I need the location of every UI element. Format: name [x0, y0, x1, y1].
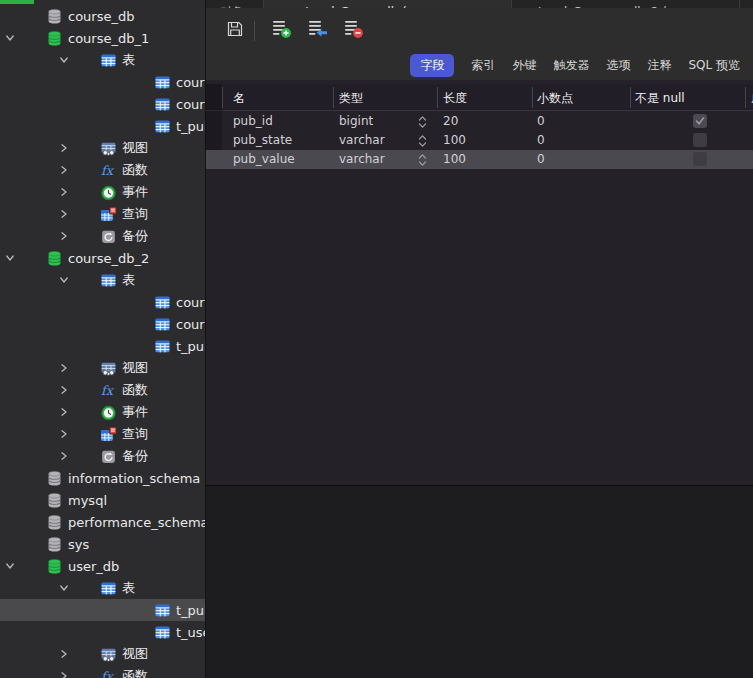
table-icon [154, 294, 171, 311]
view-tab-6[interactable]: SQL 预览 [688, 54, 740, 77]
tree-item-course_db_1[interactable]: course_db_1 [0, 27, 205, 49]
field-length-cell[interactable]: 100 [443, 152, 466, 166]
tree-item-course_2[interactable]: course_2 [0, 93, 205, 115]
chevron-right-icon[interactable] [58, 142, 70, 154]
field-name-cell[interactable]: pub_state [233, 133, 292, 147]
not-null-checkbox[interactable] [693, 152, 707, 166]
tree-item-mysql[interactable]: mysql [0, 489, 205, 511]
type-stepper[interactable] [418, 134, 427, 151]
field-row-pub_value[interactable]: pub_valuevarchar1000 [206, 150, 753, 169]
chevron-down-icon[interactable] [58, 582, 70, 594]
chevron-right-icon[interactable] [58, 450, 70, 462]
field-length-cell[interactable]: 100 [443, 133, 466, 147]
chevron-right-icon[interactable] [58, 670, 70, 678]
view-tab-3[interactable]: 触发器 [553, 54, 589, 77]
type-stepper[interactable] [418, 115, 427, 132]
field-decimals-cell[interactable]: 0 [537, 114, 545, 128]
chevron-right-icon[interactable] [58, 230, 70, 242]
tree-item-_[interactable]: 事件 [0, 181, 205, 203]
field-length-cell[interactable]: 20 [443, 114, 458, 128]
not-null-checkbox[interactable] [693, 133, 707, 147]
chevron-down-icon[interactable] [4, 32, 16, 44]
column-separator[interactable] [437, 87, 438, 108]
tree-item-sys[interactable]: sys [0, 533, 205, 555]
tree-item-course_1[interactable]: course_1 [0, 291, 205, 313]
chevron-down-icon[interactable] [58, 274, 70, 286]
delete-field-button[interactable] [338, 15, 368, 45]
delete-field-icon [343, 18, 364, 42]
tree-item-_[interactable]: 视图 [0, 643, 205, 665]
tree-item-label: 查询 [122, 425, 148, 443]
view-tab-1[interactable]: 索引 [471, 54, 495, 77]
column-separator[interactable] [222, 87, 223, 108]
chevron-right-icon[interactable] [58, 186, 70, 198]
field-type-cell[interactable]: varchar [339, 152, 385, 166]
chevron-right-icon[interactable] [58, 208, 70, 220]
tree-item-information_schema[interactable]: information_schema [0, 467, 205, 489]
field-type-cell[interactable]: varchar [339, 133, 385, 147]
not-null-checkbox[interactable] [693, 114, 707, 128]
field-name-cell[interactable]: pub_id [233, 114, 273, 128]
tree-item-_[interactable]: 表 [0, 269, 205, 291]
save-button[interactable] [220, 15, 250, 45]
column-separator[interactable] [532, 87, 533, 108]
tree-item-_[interactable]: 查询 [0, 203, 205, 225]
tree-item-performance_schema[interactable]: performance_schema [0, 511, 205, 533]
tree-item-t_pub[interactable]: t_pub [0, 335, 205, 357]
add-field-button[interactable] [266, 15, 296, 45]
tree-item-_[interactable]: 表 [0, 49, 205, 71]
tree-item-label: course_db [68, 9, 134, 24]
chevron-down-icon[interactable] [4, 252, 16, 264]
insert-field-button[interactable] [302, 15, 332, 45]
tree-item-_[interactable]: 备份 [0, 225, 205, 247]
document-tab-2[interactable]: t_pub@course_db_2 (… [512, 0, 739, 8]
tree-item-course_db[interactable]: course_db [0, 5, 205, 27]
document-tab-1[interactable]: «t_pub@user_db (… [264, 0, 511, 8]
column-separator[interactable] [745, 87, 746, 108]
tree-item-_[interactable]: 表 [0, 577, 205, 599]
column-separator[interactable] [630, 87, 631, 108]
view-tab-4[interactable]: 选项 [606, 54, 630, 77]
chevron-right-icon[interactable] [58, 384, 70, 396]
tree-item-_[interactable]: 事件 [0, 401, 205, 423]
field-name-cell[interactable]: pub_value [233, 152, 295, 166]
field-row-pub_state[interactable]: pub_statevarchar1000 [206, 131, 753, 150]
tree-item-course_2[interactable]: course_2 [0, 313, 205, 335]
chevron-right-icon[interactable] [58, 362, 70, 374]
tree-item-t_pub[interactable]: t_pub [0, 115, 205, 137]
field-decimals-cell[interactable]: 0 [537, 152, 545, 166]
tree-item-_[interactable]: 视图 [0, 357, 205, 379]
partial-tree-row [0, 0, 34, 4]
chevron-down-icon[interactable] [58, 54, 70, 66]
tree-item-_[interactable]: fx函数 [0, 159, 205, 181]
field-row-pub_id[interactable]: pub_idbigint200 [206, 112, 753, 131]
view-tab-0[interactable]: 字段 [410, 54, 454, 77]
table-icon [154, 602, 171, 619]
chevron-right-icon[interactable] [58, 164, 70, 176]
tree-item-_[interactable]: 视图 [0, 137, 205, 159]
tree-item-label: 表 [122, 271, 135, 289]
type-stepper[interactable] [418, 153, 427, 170]
tree-item-_[interactable]: 查询 [0, 423, 205, 445]
chevron-right-icon[interactable] [58, 648, 70, 660]
tree-item-course_db_2[interactable]: course_db_2 [0, 247, 205, 269]
field-type-cell[interactable]: bigint [339, 114, 373, 128]
view-tab-5[interactable]: 注释 [647, 54, 671, 77]
tree-item-t_user[interactable]: t_user [0, 621, 205, 643]
document-tab-3[interactable] [740, 0, 753, 8]
tree-item-user_db[interactable]: user_db [0, 555, 205, 577]
view-tab-2[interactable]: 外键 [512, 54, 536, 77]
chevron-right-icon[interactable] [58, 406, 70, 418]
chevron-right-icon[interactable] [58, 428, 70, 440]
tree-item-_[interactable]: fx函数 [0, 379, 205, 401]
field-decimals-cell[interactable]: 0 [537, 133, 545, 147]
tree-item-course_1[interactable]: course_1 [0, 71, 205, 93]
fx-icon: fx [100, 382, 117, 399]
tree-item-_[interactable]: 备份 [0, 445, 205, 467]
tree-item-_[interactable]: fx函数 [0, 665, 205, 678]
document-tab-0[interactable]: 对象 [206, 0, 263, 8]
tree-item-t_pub[interactable]: t_pub [0, 599, 205, 621]
column-separator[interactable] [333, 87, 334, 108]
tree-item-label: t_pub [176, 339, 205, 354]
chevron-down-icon[interactable] [4, 560, 16, 572]
